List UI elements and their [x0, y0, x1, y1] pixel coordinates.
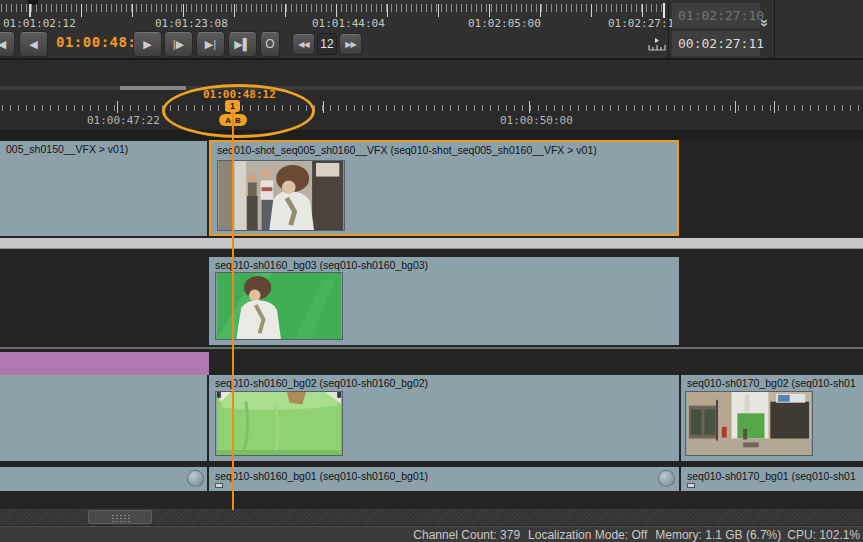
clip-label: seq010-shot_seq005_sh0160__VFX (seq010-s…: [217, 144, 597, 156]
clip-label: seq010-sh0170_bg01 (seq010-sh01: [687, 470, 856, 482]
motion-adapter-icon: [187, 470, 204, 487]
timeline-ruler-ticks[interactable]: [0, 101, 863, 113]
render-badge-icon: [215, 483, 223, 488]
status-cpu: CPU: 102.1%: [787, 528, 860, 542]
clip-label: seq010-sh0160_bg01 (seq010-sh0160_bg01): [215, 470, 428, 482]
clip-thumbnail: [685, 391, 813, 456]
playhead-position-indicator[interactable]: [232, 112, 234, 510]
ruler-end-cursor: [663, 3, 665, 18]
mark-clip-ruler-icon[interactable]: [648, 37, 666, 51]
frame-offset-value: 12: [320, 37, 333, 51]
clip-sh0160-vfx-selected[interactable]: seq010-shot_seq005_sh0160__VFX (seq010-s…: [209, 140, 679, 236]
clip-bg02-left[interactable]: [0, 375, 207, 461]
frame-offset-field[interactable]: 12: [317, 33, 337, 55]
ruler-label: 01:02:05:00: [468, 17, 541, 30]
clip-label: 005_sh0150__VFX > v01): [6, 143, 128, 155]
clip-label: seq010-sh0170_bg02 (seq010-sh01: [687, 377, 856, 389]
track-separator: [0, 347, 863, 349]
play-button[interactable]: ▶: [133, 31, 162, 57]
clip-thumbnail: [215, 272, 343, 340]
go-to-end-button[interactable]: ▶▌: [228, 31, 257, 57]
play-icon: ▶: [143, 38, 151, 51]
toolbar-divider: [774, 0, 775, 60]
ruler-track-divider: [0, 130, 863, 140]
overwrite-label: O: [265, 37, 274, 51]
motion-adapter-icon: [658, 470, 675, 487]
timeline-track-area: 005_sh0150__VFX > v01) seq010-shot_seq00…: [0, 140, 863, 508]
go-to-next-edit-button[interactable]: ▶|: [196, 31, 225, 57]
overwrite-button[interactable]: O: [260, 31, 280, 57]
timeline-ruler-region: 01:00:48:12 1 AB 01:00:47:22 01:00:50:00: [0, 60, 863, 140]
status-bar: Channel Count: 379 Localization Mode: Of…: [0, 526, 863, 542]
rewind-icon: ◀◀: [298, 40, 308, 49]
clip-purple[interactable]: [0, 352, 209, 375]
clip-sh0160-bg02[interactable]: seq010-sh0160_bg02 (seq010-sh0160_bg02): [209, 375, 679, 461]
ruler-label: 01:00:47:22: [87, 114, 160, 127]
status-channel-count: Channel Count: 379: [413, 528, 520, 542]
go-to-next-edit-icon: ▶|: [205, 38, 216, 51]
clip-sh0160-bg01[interactable]: seq010-sh0160_bg01 (seq010-sh0160_bg01): [209, 467, 679, 491]
step-backward-icon: ◀: [29, 38, 37, 51]
ruler-label: 01:02:27:10: [608, 17, 681, 30]
ruler-label: 01:01:02:12: [3, 17, 76, 30]
status-memory: Memory: 1.1 GB (6.7%): [655, 528, 781, 542]
collapse-chevron-icon[interactable]: »: [756, 14, 774, 30]
rewind-button[interactable]: ◀◀: [292, 33, 315, 55]
horizontal-scrollbar-thumb[interactable]: [88, 510, 152, 524]
fast-forward-button[interactable]: ▶▶: [339, 33, 362, 55]
fast-forward-icon: ▶▶: [345, 40, 355, 49]
clip-label: seq010-sh0160_bg03 (seq010-sh0160_bg03): [215, 259, 428, 271]
render-badge-icon: [687, 483, 695, 488]
clip-bg01-left[interactable]: [0, 467, 207, 491]
toolbar-divider: [668, 0, 669, 60]
play-in-to-out-button[interactable]: |▶: [164, 31, 193, 57]
timecode-toolbar: 01:01:02:12 01:01:23:08 01:01:44:04 01:0…: [0, 0, 863, 60]
clip-thumbnail: [217, 160, 345, 231]
ruler-label: 01:01:23:08: [155, 17, 228, 30]
clip-label: seq010-sh0160_bg02 (seq010-sh0160_bg02): [215, 377, 428, 389]
scrollbar-grip-dots: [111, 514, 131, 522]
clip-sh0160-bg03[interactable]: seq010-sh0160_bg03 (seq010-sh0160_bg03): [209, 257, 679, 345]
annotation-ellipse: [162, 84, 315, 138]
step-backward-button[interactable]: ◀: [19, 31, 48, 57]
sequence-ruler-ticks[interactable]: [0, 4, 664, 18]
duration-timecode-display: 01:02:27:10: [672, 3, 760, 28]
avid-timeline-window: 01:01:02:12 01:01:23:08 01:01:44:04 01:0…: [0, 0, 863, 542]
go-to-end-icon: ▶▌: [234, 38, 250, 51]
locked-track-band: [0, 238, 863, 249]
play-in-to-out-icon: |▶: [173, 38, 184, 51]
clip-sh0170-bg01[interactable]: seq010-sh0170_bg01 (seq010-sh01: [681, 467, 863, 491]
ruler-label: 01:01:44:04: [312, 17, 385, 30]
go-to-previous-edit-icon: |◀: [0, 38, 6, 51]
ruler-label: 01:00:50:00: [500, 114, 573, 127]
master-timecode-display: 00:02:27:11: [672, 31, 760, 56]
zoom-scroll-thumb[interactable]: [120, 86, 186, 90]
status-localization-mode: Localization Mode: Off: [528, 528, 647, 542]
clip-sh0170-bg02[interactable]: seq010-sh0170_bg02 (seq010-sh01: [681, 375, 863, 461]
clip-thumbnail: [215, 391, 343, 456]
clip-sh0150-vfx[interactable]: 005_sh0150__VFX > v01): [0, 141, 207, 236]
go-to-previous-edit-button[interactable]: |◀: [0, 31, 15, 57]
